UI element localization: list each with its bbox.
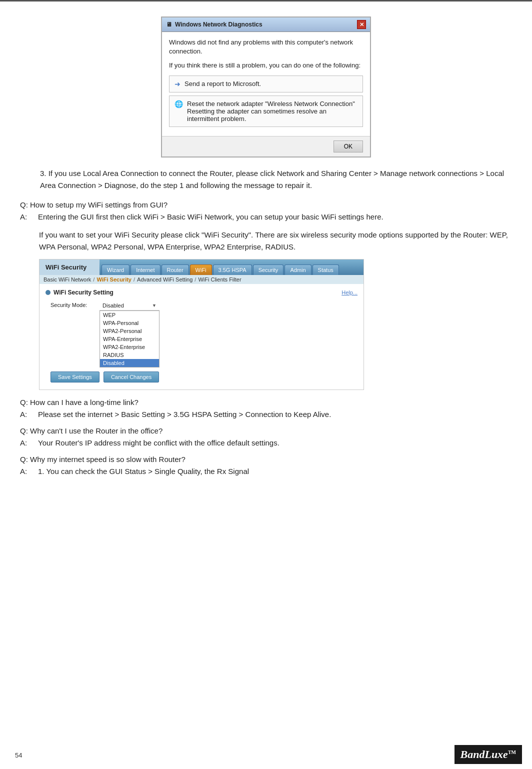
gui-section-title: WiFi Security Setting <box>54 289 114 296</box>
save-settings-button[interactable]: Save Settings <box>50 372 100 382</box>
windows-diagnostics-dialog: 🖥 Windows Network Diagnostics ✕ Windows … <box>161 16 371 158</box>
bc-sep-1: / <box>93 276 94 282</box>
tab-admin[interactable]: Admin <box>284 264 311 275</box>
a3-text: Your Router's IP address might be confli… <box>38 437 512 449</box>
step-3: 3. If you use Local Area Connection to c… <box>40 168 512 192</box>
cancel-changes-button[interactable]: Cancel Changes <box>104 372 159 382</box>
network-diag-icon: 🖥 <box>166 21 172 28</box>
step-number: 3. <box>40 169 46 178</box>
tab-wifi[interactable]: WiFi <box>190 264 212 275</box>
brand-text: BandLuxeTM <box>460 748 516 761</box>
dd-option-radius[interactable]: RADIUS <box>100 351 159 359</box>
gui-content-area: WiFi Security Setting Help... Security M… <box>40 284 364 390</box>
dialog-body: Windows did not find any problems with t… <box>162 32 370 136</box>
bc-sep-2: / <box>134 276 135 282</box>
dropdown-list[interactable]: WEP WPA-Personal WPA2-Personal WPA-Enter… <box>100 310 160 368</box>
q3-answer: A: Your Router's IP address might be con… <box>20 437 512 449</box>
dialog-main-message: Windows did not find any problems with t… <box>169 38 363 56</box>
qa-block-3: Q: Why can't I use the Router in the off… <box>20 426 512 449</box>
brand-luxe: Luxe <box>484 748 508 760</box>
dialog-option-report-text: Send a report to Microsoft. <box>184 80 261 88</box>
arrow-icon: ➜ <box>174 80 180 88</box>
qa-block-2: Q: How can I have a long-time link? A: P… <box>20 398 512 420</box>
gui-nav-left-title: WiFi Security <box>40 260 100 275</box>
bc-wifi-security[interactable]: WiFi Security <box>96 276 132 282</box>
dropdown-selected-value: Disabled <box>102 302 124 308</box>
brand-tm: TM <box>508 750 516 755</box>
a1-text: Entering the GUI first then click WiFi >… <box>38 211 512 223</box>
gui-dropdown-container: Disabled ▼ WEP WPA-Personal WPA2-Persona… <box>100 301 160 368</box>
bc-sep-3: / <box>194 276 196 282</box>
bc-advanced-wifi[interactable]: Advanced WiFi Setting <box>137 276 192 282</box>
tab-3g-hspa[interactable]: 3.5G HSPA <box>213 264 252 275</box>
a3-label: A: <box>20 437 35 449</box>
q4-answer: A: 1. You can check the GUI Status > Sin… <box>20 466 512 478</box>
brandluxe-logo: BandLuxeTM <box>454 745 522 764</box>
a4-label: A: <box>20 466 35 478</box>
dialog-close-button[interactable]: ✕ <box>357 20 366 29</box>
q2-answer: A: Please set the internet > Basic Setti… <box>20 408 512 420</box>
qa-block-1: Q: How to setup my WiFi settings from GU… <box>20 200 512 390</box>
tab-internet[interactable]: Internet <box>130 264 160 275</box>
page-number: 54 <box>15 752 22 759</box>
gui-section-header: WiFi Security Setting Help... <box>46 289 358 296</box>
ok-button[interactable]: OK <box>334 140 363 152</box>
dd-option-wep[interactable]: WEP <box>100 311 159 319</box>
dialog-option-reset[interactable]: 🌐 Reset the network adapter "Wireless Ne… <box>169 96 363 127</box>
brand-band: Band <box>460 748 485 760</box>
tab-status[interactable]: Status <box>312 264 339 275</box>
dialog-title-left: 🖥 Windows Network Diagnostics <box>166 21 262 28</box>
dropdown-header[interactable]: Disabled ▼ <box>100 301 160 310</box>
a4-text: 1. You can check the GUI Status > Single… <box>38 466 512 478</box>
gui-navbar: WiFi Security Wizard Internet Router WiF… <box>40 260 364 275</box>
chevron-down-icon: ▼ <box>152 303 156 308</box>
q1-question: Q: How to setup my WiFi settings from GU… <box>20 200 512 209</box>
gui-form-row-security: Security Mode: Disabled ▼ WEP WPA-Person… <box>50 301 358 368</box>
dd-option-wpa-enterprise[interactable]: WPA-Enterprise <box>100 335 159 343</box>
a1-label: A: <box>20 211 35 223</box>
tab-security[interactable]: Security <box>253 264 284 275</box>
q2-question: Q: How can I have a long-time link? <box>20 398 512 406</box>
a2-text: Please set the internet > Basic Setting … <box>38 408 512 420</box>
dd-option-wpa-personal[interactable]: WPA-Personal <box>100 319 159 327</box>
q1-sub-para: If you want to set your WiFi Security pl… <box>39 229 512 253</box>
dialog-sub-message: If you think there is still a problem, y… <box>169 61 363 70</box>
qa-block-4: Q: Why my internet speed is so slow with… <box>20 455 512 478</box>
section-bullet <box>46 290 50 295</box>
dd-option-wpa2-personal[interactable]: WPA2-Personal <box>100 327 159 335</box>
dd-option-disabled[interactable]: Disabled <box>100 359 159 367</box>
bc-clients-filter[interactable]: WiFi Clients Filter <box>198 276 241 282</box>
q1-answer: A: Entering the GUI first then click WiF… <box>20 211 512 223</box>
dialog-title-text: Windows Network Diagnostics <box>175 21 262 28</box>
bc-basic-wifi[interactable]: Basic WiFi Network <box>44 276 91 282</box>
a2-label: A: <box>20 408 35 420</box>
dd-option-wpa2-enterprise[interactable]: WPA2-Enterprise <box>100 343 159 351</box>
wifi-security-screenshot: WiFi Security Wizard Internet Router WiF… <box>39 259 364 390</box>
dialog-footer: OK <box>162 136 370 156</box>
security-mode-label: Security Mode: <box>50 301 96 308</box>
gui-help-link[interactable]: Help... <box>342 290 358 296</box>
q3-question: Q: Why can't I use the Router in the off… <box>20 426 512 435</box>
dialog-option-reset-text: Reset the network adapter "Wireless Netw… <box>187 100 358 122</box>
globe-icon: 🌐 <box>174 100 183 108</box>
gui-button-row: Save Settings Cancel Changes <box>50 372 358 382</box>
tab-wizard[interactable]: Wizard <box>102 264 130 275</box>
gui-nav-tabs: Wizard Internet Router WiFi 3.5G HSPA Se… <box>100 260 341 275</box>
tab-router[interactable]: Router <box>162 264 189 275</box>
q4-question: Q: Why my internet speed is so slow with… <box>20 455 512 464</box>
step-text: If you use Local Area Connection to conn… <box>40 169 504 190</box>
gui-breadcrumb: Basic WiFi Network / WiFi Security / Adv… <box>40 275 364 284</box>
dialog-option-report[interactable]: ➜ Send a report to Microsoft. <box>169 76 363 92</box>
dialog-titlebar: 🖥 Windows Network Diagnostics ✕ <box>162 18 370 32</box>
